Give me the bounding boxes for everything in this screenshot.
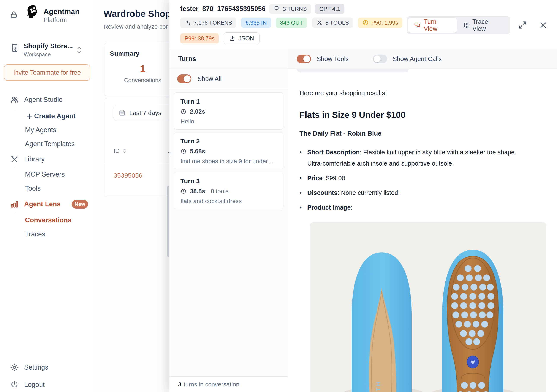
show-agent-calls-label: Show Agent Calls — [393, 56, 442, 63]
plus-icon — [25, 112, 33, 120]
show-all-label: Show All — [197, 75, 221, 82]
turn-preview: Hello — [180, 118, 277, 125]
tokens-out-badge: 843 OUT — [276, 18, 307, 28]
sidebar-item-agent-templates[interactable]: Agent Templates — [0, 138, 93, 150]
bar-chart-icon — [10, 200, 19, 209]
page-scrollbar[interactable] — [167, 186, 169, 257]
sidebar-item-my-agents[interactable]: My Agents — [0, 123, 93, 136]
tab-trace-view[interactable]: Trace View — [457, 18, 508, 33]
turns-badge: 3 TURNS — [270, 4, 311, 14]
app-screen: Agentman Platform Shopify Store... Works… — [0, 0, 557, 392]
product-image: ROTH — [310, 222, 546, 392]
shoe-top-view: ROTH — [352, 252, 412, 392]
chat-bubble-icon — [274, 6, 280, 12]
page-title: Wardrobe Shopp — [104, 9, 176, 19]
results-heading: Flats in Size 9 Under $100 — [299, 110, 557, 120]
turn-card-3[interactable]: Turn 3 38.8s 8 tools flats and cocktail … — [174, 172, 283, 209]
product-name: The Daily Flat - Robin Blue — [299, 130, 557, 137]
tools-crossed-icon — [10, 155, 19, 164]
new-badge: New — [72, 200, 88, 209]
id-column-header[interactable]: ID — [114, 147, 127, 154]
conversation-title: tester_870_1765435395056 — [180, 5, 266, 13]
sidebar-item-agent-studio[interactable]: Agent Studio — [0, 93, 93, 106]
turn-duration: 5.68s — [190, 148, 205, 155]
turns-heading: Turns — [170, 49, 288, 69]
sort-icon — [122, 148, 127, 154]
sparkles-icon — [185, 19, 191, 26]
turn-tools-count: 8 tools — [211, 188, 229, 195]
sidebar-item-create-agent[interactable]: Create Agent — [0, 110, 93, 122]
agentman-logo-icon — [25, 5, 40, 20]
p50-badge: P50: 1.99s — [358, 18, 402, 28]
tools-crossed-icon — [316, 19, 323, 26]
turn-card-1[interactable]: Turn 1 2.02s Hello — [174, 92, 283, 130]
drawer-header: tester_870_1765435395056 3 TURNS GPT-4.1… — [170, 0, 557, 49]
chat-bubbles-icon — [414, 22, 421, 29]
turns-panel: Turns Show All Turn 1 2.02s Hello Turn 2… — [170, 49, 288, 392]
tokens-badge: 7,178 TOKENS — [180, 18, 236, 28]
workspace-switcher-icon[interactable] — [76, 45, 82, 55]
clock-icon — [180, 148, 187, 154]
page-subtitle: Review and analyze cor — [104, 23, 168, 30]
list-item: • Price: $99.00 — [299, 172, 532, 184]
expand-icon[interactable] — [518, 20, 527, 30]
model-badge: GPT-4.1 — [315, 4, 344, 14]
app-title: Agentman — [44, 7, 79, 16]
sidebar-item-agent-lens[interactable]: Agent Lens New — [0, 198, 93, 211]
show-agent-calls-toggle[interactable] — [373, 55, 387, 63]
product-details-list: • Short Description: Flexible knit upper… — [299, 147, 532, 213]
turns-footer-text: turns in conversation — [184, 381, 239, 388]
show-all-toggle[interactable] — [177, 74, 191, 83]
content-toolbar: Show Tools Show Agent Calls — [288, 49, 557, 69]
bullet-marker: • — [299, 172, 303, 184]
bullet-marker: • — [299, 202, 303, 213]
lock-icon — [9, 10, 18, 19]
list-item: • Short Description: Flexible knit upper… — [299, 147, 532, 169]
download-icon — [229, 35, 236, 42]
svg-text:ROTH: ROTH — [375, 380, 381, 392]
sidebar-item-traces[interactable]: Traces — [0, 228, 93, 241]
people-icon — [10, 95, 19, 104]
calendar-icon — [119, 109, 126, 117]
sidebar-item-tools[interactable]: Tools — [0, 182, 93, 195]
sidebar-item-settings[interactable]: Settings — [0, 361, 93, 374]
list-item: • Discounts: None currently listed. — [299, 187, 532, 198]
p99-badge: P99: 38.79s — [180, 33, 219, 43]
tools-badge: 8 TOOLS — [312, 18, 353, 28]
gear-icon — [10, 363, 19, 372]
clock-icon — [180, 109, 187, 115]
sidebar-item-conversations[interactable]: Conversations — [0, 214, 93, 227]
sidebar-item-library[interactable]: Library — [0, 153, 93, 166]
bullet-marker: • — [299, 147, 303, 169]
app-subtitle: Platform — [44, 16, 67, 24]
turn-duration: 2.02s — [190, 108, 205, 115]
conversation-id-link[interactable]: 35395056 — [114, 172, 142, 179]
tokens-in-badge: 6,335 IN — [241, 18, 271, 28]
workspace-label: Workspace — [24, 51, 51, 58]
sidebar-item-mcp-servers[interactable]: MCP Servers — [0, 168, 93, 181]
assistant-intro-text: Here are your shopping results! — [299, 90, 557, 97]
show-tools-toggle[interactable] — [297, 55, 311, 63]
turn-duration: 38.8s — [190, 188, 205, 195]
sidebar-item-logout[interactable]: Logout — [0, 378, 93, 391]
clock-icon — [362, 19, 369, 26]
show-tools-label: Show Tools — [317, 56, 349, 63]
list-item: • Product Image: — [299, 202, 532, 213]
trace-tree-icon — [462, 22, 469, 29]
workspace-name[interactable]: Shopify Store... — [24, 42, 73, 50]
turn-card-2[interactable]: Turn 2 5.68s find me shoes in size 9 for… — [174, 132, 283, 169]
date-range-select[interactable]: Last 7 days — [114, 105, 176, 121]
turns-footer-count: 3 — [178, 381, 181, 388]
tab-turn-view[interactable]: Turn View — [408, 18, 457, 33]
shoe-sole-view — [442, 250, 503, 392]
show-all-row: Show All — [170, 69, 288, 89]
download-json-button[interactable]: JSON — [224, 32, 260, 44]
collapsed-message-bubble — [297, 69, 409, 72]
sidebar: Agentman Platform Shopify Store... Works… — [0, 0, 93, 392]
turns-footer: 3 turns in conversation — [170, 376, 288, 392]
invite-teammate-button[interactable]: Invite Teammate for free — [4, 64, 90, 81]
summary-title: Summary — [110, 50, 139, 57]
close-icon[interactable] — [539, 21, 547, 29]
turn-preview: flats and cocktail dress — [180, 198, 277, 205]
turn-preview: find me shoes in size 9 for under $100..… — [180, 158, 277, 165]
